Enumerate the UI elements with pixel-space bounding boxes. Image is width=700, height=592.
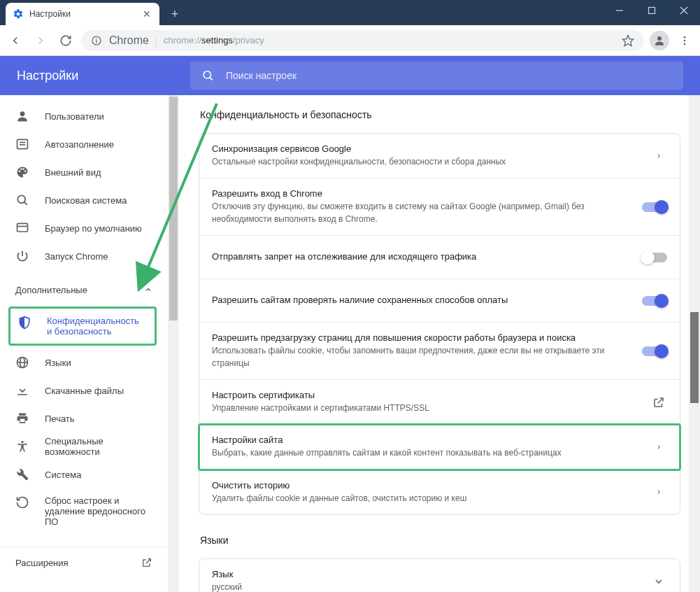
sidebar-item[interactable]: Запуск Chrome <box>0 242 168 270</box>
wrench-icon <box>15 467 29 481</box>
divider <box>156 34 157 47</box>
sidebar-item[interactable]: Скачанные файлы <box>0 376 168 404</box>
settings-row[interactable]: Очистить историюУдалить файлы cookie и д… <box>199 470 680 514</box>
row-subtitle: русский <box>212 582 639 592</box>
back-button[interactable] <box>6 31 25 50</box>
svg-line-13 <box>210 78 213 80</box>
reload-button[interactable] <box>56 31 76 50</box>
svg-line-19 <box>24 202 27 205</box>
restore-icon <box>15 495 29 509</box>
svg-point-9 <box>684 36 686 38</box>
chevron-right-icon <box>650 486 667 498</box>
settings-row[interactable]: Настройки сайтаВыбрать, какие данные отп… <box>199 425 680 470</box>
svg-point-26 <box>21 441 23 443</box>
svg-point-12 <box>203 71 210 78</box>
settings-search[interactable] <box>190 62 683 90</box>
svg-rect-25 <box>17 394 27 395</box>
sidebar-item[interactable]: Автозаполнение <box>0 130 168 158</box>
bookmark-star-icon[interactable] <box>622 34 634 47</box>
sidebar-item-label: Специальные возможности <box>45 436 152 457</box>
privacy-card: Синхронизация сервисов GoogleОстальные н… <box>199 133 680 515</box>
row-title: Настройки сайта <box>212 435 639 445</box>
close-tab-icon[interactable]: ✕ <box>141 8 152 20</box>
url-text: chrome://settings/privacy <box>164 35 264 45</box>
profile-button[interactable] <box>650 31 669 50</box>
row-subtitle: Выбрать, какие данные отправлять сайтам … <box>212 447 639 459</box>
sidebar-item-label: Печать <box>45 414 75 424</box>
row-title: Настроить сертификаты <box>212 390 639 400</box>
svg-point-14 <box>20 111 25 116</box>
sidebar-item-label: Поисковая система <box>45 195 127 206</box>
address-bar[interactable]: Chrome chrome://settings/privacy <box>81 30 644 51</box>
row-language[interactable]: Язык русский <box>199 559 680 592</box>
toggle-switch[interactable] <box>642 202 667 212</box>
row-title: Разрешить вход в Chrome <box>212 188 631 199</box>
settings-row[interactable]: Настроить сертификатыУправление настройк… <box>199 380 680 425</box>
settings-row[interactable]: Разрешить сайтам проверять наличие сохра… <box>199 279 680 323</box>
site-info-icon[interactable] <box>91 35 102 46</box>
person-icon <box>15 109 29 123</box>
settings-row[interactable]: Отправлять запрет на отслеживание для ис… <box>199 236 680 279</box>
forward-button[interactable] <box>31 31 50 50</box>
tab-title: Настройки <box>29 9 136 19</box>
sidebar-item[interactable]: Специальные возможности <box>0 432 168 460</box>
section-title-privacy: Конфиденциальность и безопасность <box>199 109 680 120</box>
settings-row[interactable]: Разрешить вход в ChromeОтключив эту функ… <box>199 178 680 236</box>
section-title-languages: Языки <box>199 535 680 546</box>
svg-point-11 <box>684 43 686 45</box>
sidebar-scrollbar[interactable] <box>168 95 179 592</box>
titlebar: Настройки ✕ + <box>0 0 700 25</box>
sidebar-item-label: Скачанные файлы <box>45 386 124 396</box>
sidebar-item-label: Пользователи <box>45 111 104 122</box>
browser-tab[interactable]: Настройки ✕ <box>6 3 159 25</box>
row-title: Язык <box>212 569 639 579</box>
svg-point-18 <box>17 195 25 203</box>
toggle-switch[interactable] <box>642 296 667 306</box>
sidebar-item[interactable]: Пользователи <box>0 102 168 130</box>
sidebar-item-label: Сброс настроек и удаление вредоносного П… <box>45 495 152 527</box>
power-icon <box>15 249 29 263</box>
sidebar-item-label: Языки <box>45 358 71 368</box>
autofill-icon <box>15 137 29 151</box>
settings-row[interactable]: Синхронизация сервисов GoogleОстальные н… <box>199 134 680 178</box>
svg-point-5 <box>96 38 97 39</box>
sidebar-extensions-label: Расширения <box>15 558 69 568</box>
sidebar-item[interactable]: Печать <box>0 404 168 432</box>
search-icon <box>15 193 29 207</box>
sidebar-item-privacy[interactable]: Конфиденциальность и безопасность <box>10 309 155 344</box>
main-content: Конфиденциальность и безопасность Синхро… <box>179 95 700 592</box>
minimize-button[interactable] <box>603 0 636 21</box>
sidebar-item-label: Внешний вид <box>45 167 101 178</box>
sidebar-item[interactable]: Внешний вид <box>0 158 168 186</box>
settings-row[interactable]: Разрешить предзагрузку страниц для повыш… <box>199 323 680 380</box>
row-subtitle: Управление настройками и сертификатами H… <box>212 402 639 414</box>
row-subtitle: Использовать файлы cookie, чтобы запомни… <box>212 345 631 369</box>
row-title: Очистить историю <box>212 480 639 491</box>
row-title: Отправлять запрет на отслеживание для ис… <box>212 251 631 262</box>
sidebar-advanced-toggle[interactable]: Дополнительные <box>0 276 168 304</box>
languages-card: Язык русский <box>199 558 680 592</box>
shield-icon <box>17 316 31 330</box>
maximize-button[interactable] <box>636 0 668 21</box>
sidebar-extensions[interactable]: Расширения <box>0 547 168 578</box>
toggle-switch[interactable] <box>642 253 667 262</box>
settings-search-input[interactable] <box>226 70 672 81</box>
window-controls <box>603 0 700 25</box>
sidebar-item[interactable]: Браузер по умолчанию <box>0 214 168 242</box>
menu-button[interactable] <box>675 31 694 50</box>
sidebar-item[interactable]: Сброс настроек и удаление вредоносного П… <box>0 488 168 534</box>
close-window-button[interactable] <box>668 0 700 21</box>
main-scrollbar[interactable] <box>689 95 700 592</box>
globe-icon <box>15 355 29 369</box>
tabs-strip: Настройки ✕ + <box>0 0 603 25</box>
sidebar-item[interactable]: Поисковая система <box>0 186 168 214</box>
toggle-switch[interactable] <box>642 346 667 356</box>
new-tab-button[interactable]: + <box>165 4 185 24</box>
sidebar-item[interactable]: Языки <box>0 348 168 376</box>
sidebar-item[interactable]: Система <box>0 460 168 488</box>
sidebar-advanced-label: Дополнительные <box>15 285 87 295</box>
sidebar-item-label: Автозаполнение <box>45 139 114 150</box>
download-icon <box>15 383 29 397</box>
row-title: Разрешить сайтам проверять наличие сохра… <box>212 295 631 305</box>
sidebar: ПользователиАвтозаполнениеВнешний видПои… <box>0 95 179 592</box>
